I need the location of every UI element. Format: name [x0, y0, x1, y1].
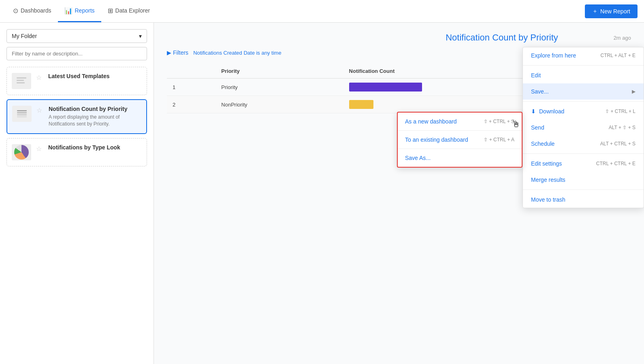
ctx-divider-3: [523, 153, 644, 154]
ctx-merge-results[interactable]: Merge results: [523, 172, 644, 188]
star-icon-notification: ☆: [36, 106, 42, 114]
svg-rect-3: [17, 110, 27, 111]
svg-rect-4: [17, 112, 27, 113]
nav-dashboards[interactable]: ⊙ Dashboards: [6, 0, 58, 22]
report-title: Notification Count by Priority: [390, 32, 613, 43]
main-layout: My Folder ▾ ☆ Latest Used Templates: [0, 23, 644, 364]
pie-chart-icon: [14, 145, 29, 160]
ctx-save-arrow: ▶: [632, 89, 635, 94]
svg-rect-1: [17, 80, 24, 81]
save-submenu: As a new dashboard ⇧ + CTRL + S To an ex…: [397, 112, 522, 168]
filters-toggle[interactable]: ▶ Filters: [167, 49, 188, 56]
table-thumb: [12, 106, 32, 122]
top-nav: ⊙ Dashboards 📊 Reports ⊞ Data Explorer ＋…: [0, 0, 644, 23]
data-explorer-icon: ⊞: [108, 7, 113, 15]
ctx-send[interactable]: Send ALT + ⇧ + S: [523, 119, 644, 136]
new-report-button[interactable]: ＋ New Report: [585, 4, 638, 18]
row-num-2: 2: [167, 96, 215, 113]
svg-rect-5: [17, 114, 27, 115]
row-priority-2: NonPriority: [215, 96, 343, 113]
template-card-notifications-type[interactable]: ☆ Notifications by Type Look: [6, 138, 147, 166]
ctx-divider-1: [523, 65, 644, 66]
dashboards-icon: ⊙: [13, 7, 18, 15]
save-as-new-dashboard[interactable]: As a new dashboard ⇧ + CTRL + S: [398, 113, 522, 130]
row-priority-1: Priority: [215, 79, 343, 96]
ctx-edit[interactable]: Edit: [523, 67, 644, 83]
ctx-schedule[interactable]: Schedule ALT + CTRL + S: [523, 136, 644, 152]
filter-tag: Notifications Created Date is any time: [193, 50, 281, 56]
nav-data-explorer[interactable]: ⊞ Data Explorer: [101, 0, 157, 22]
report-timestamp: 2m ago: [614, 35, 631, 41]
download-icon: ⬇: [531, 108, 536, 115]
star-icon-type: ☆: [36, 145, 42, 153]
ctx-explore[interactable]: Explore from here CTRL + ALT + E: [523, 47, 644, 64]
chevron-down-icon: ▾: [139, 33, 142, 39]
main-content: Notification Count by Priority 2m ago ▶ …: [154, 23, 644, 364]
reports-icon: 📊: [64, 7, 73, 15]
ctx-edit-settings[interactable]: Edit settings CTRL + CTRL + E: [523, 155, 644, 172]
bar-priority-1: [349, 83, 422, 92]
sidebar: My Folder ▾ ☆ Latest Used Templates: [0, 23, 154, 364]
ctx-divider-4: [523, 189, 644, 190]
col-priority: Priority: [215, 64, 343, 79]
row-num-1: 1: [167, 79, 215, 96]
pie-thumb-container: [12, 144, 31, 160]
save-as-button[interactable]: Save As...: [398, 149, 522, 167]
ctx-divider-2: [523, 101, 644, 102]
template-card-notification-count[interactable]: ☆ Notification Count by Priority A repor…: [6, 99, 147, 134]
context-menu: Explore from here CTRL + ALT + E Edit Sa…: [522, 47, 644, 208]
svg-rect-6: [17, 116, 27, 117]
save-to-existing-dashboard[interactable]: To an existing dashboard ⇧ + CTRL + A: [398, 131, 522, 149]
ctx-save[interactable]: Save... ▶: [523, 83, 644, 100]
chevron-right-icon: ▶: [167, 49, 171, 56]
main-header: Notification Count by Priority 2m ago: [167, 32, 631, 43]
svg-rect-0: [17, 77, 26, 79]
star-icon-latest: ☆: [36, 74, 42, 81]
folder-select[interactable]: My Folder ▾: [6, 29, 147, 43]
plus-icon: ＋: [592, 8, 598, 15]
col-num: [167, 64, 215, 79]
template-card-latest[interactable]: ☆ Latest Used Templates: [6, 67, 147, 95]
nav-reports[interactable]: 📊 Reports: [58, 0, 101, 22]
bar-nonpro-2: [349, 100, 373, 109]
svg-rect-2: [17, 82, 25, 83]
ctx-download[interactable]: ⬇ Download ⇧ + CTRL + L: [523, 103, 644, 119]
ctx-move-to-trash[interactable]: Move to trash: [523, 192, 644, 208]
filter-input[interactable]: [6, 47, 147, 60]
list-thumb: [12, 73, 31, 89]
